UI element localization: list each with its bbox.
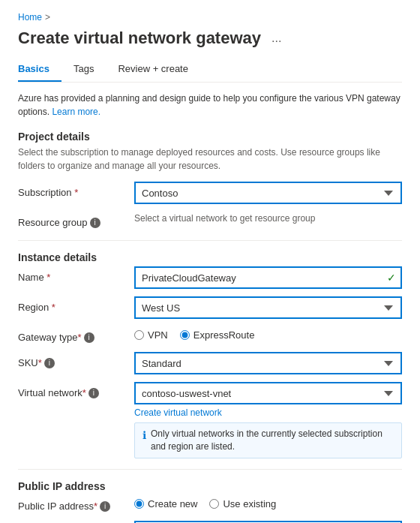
sku-row: SKU * i Standard — [18, 352, 402, 374]
resource-group-row: Resource group i Select a virtual networ… — [18, 212, 402, 230]
ellipsis-button[interactable]: ... — [268, 30, 284, 47]
subscription-select[interactable]: Contoso — [134, 182, 402, 204]
virtual-network-note: ℹ Only virtual networks in the currently… — [134, 422, 402, 458]
tab-bar: Basics Tags Review + create — [18, 57, 402, 83]
public-ip-row: Public IP address * i Create new Use exi… — [18, 495, 402, 513]
virtual-network-select[interactable]: contoso-uswest-vnet — [134, 382, 402, 404]
breadcrumb-separator: > — [45, 12, 50, 23]
gateway-type-info-icon[interactable]: i — [84, 332, 94, 343]
resource-group-info-icon[interactable]: i — [90, 218, 100, 228]
project-details-title: Project details — [18, 131, 402, 143]
public-ip-create-new[interactable]: Create new — [134, 498, 197, 509]
resource-group-helper: Select a virtual network to get resource… — [134, 213, 402, 224]
subscription-row: Subscription * Contoso — [18, 182, 402, 204]
name-checkmark: ✓ — [387, 272, 396, 284]
region-row: Region * West US — [18, 296, 402, 319]
sku-select[interactable]: Standard — [134, 352, 402, 374]
breadcrumb-home[interactable]: Home — [18, 12, 42, 23]
page-title: Create virtual network gateway — [18, 29, 261, 48]
public-ip-title: Public IP address — [18, 480, 402, 492]
tab-basics[interactable]: Basics — [18, 57, 62, 82]
virtual-network-info-icon[interactable]: i — [88, 388, 99, 398]
sku-info-icon[interactable]: i — [44, 358, 55, 368]
tab-tags[interactable]: Tags — [74, 57, 106, 82]
gateway-type-expressroute[interactable]: ExpressRoute — [180, 329, 255, 341]
name-input[interactable] — [134, 266, 402, 289]
project-details-desc: Select the subscription to manage deploy… — [18, 146, 402, 173]
info-bar: Azure has provided a planning and design… — [18, 92, 402, 119]
public-ip-info-icon[interactable]: i — [100, 501, 110, 512]
public-ip-radio-group: Create new Use existing — [134, 495, 402, 509]
note-info-icon: ℹ — [142, 428, 146, 443]
tab-review-create[interactable]: Review + create — [118, 57, 200, 82]
gateway-type-row: Gateway type * i VPN ExpressRoute — [18, 326, 402, 344]
instance-details-title: Instance details — [18, 251, 402, 263]
name-row: Name * ✓ — [18, 266, 402, 289]
gateway-type-vpn[interactable]: VPN — [134, 329, 168, 341]
public-ip-use-existing[interactable]: Use existing — [209, 498, 276, 509]
breadcrumb: Home > — [18, 12, 402, 23]
region-select[interactable]: West US — [134, 296, 402, 319]
subscription-label: Subscription * — [18, 182, 134, 200]
create-virtual-network-link[interactable]: Create virtual network — [134, 407, 222, 418]
gateway-type-radio-group: VPN ExpressRoute — [134, 326, 402, 341]
virtual-network-row: Virtual network * i contoso-uswest-vnet … — [18, 382, 402, 458]
learn-more-link[interactable]: Learn more. — [52, 107, 100, 117]
